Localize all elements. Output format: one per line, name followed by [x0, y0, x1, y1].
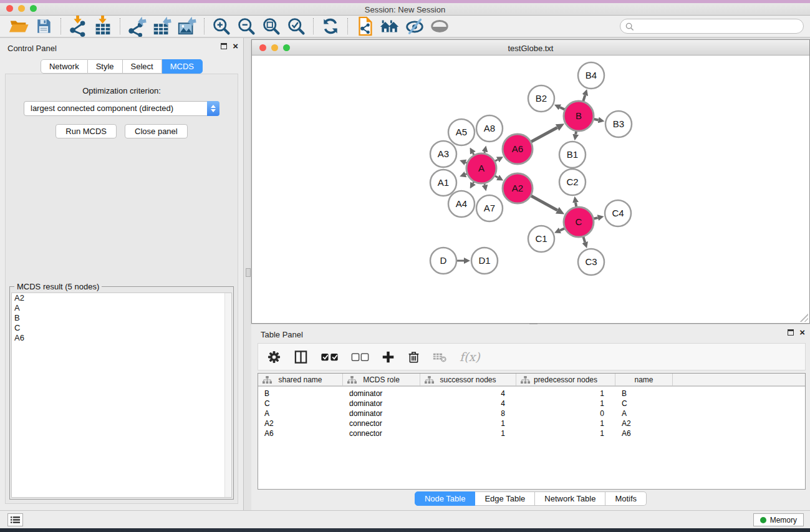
deselect-all-button[interactable] [351, 352, 369, 362]
vertical-splitter-handle[interactable] [246, 268, 251, 277]
search-input[interactable] [620, 19, 804, 34]
home-button[interactable] [377, 16, 402, 36]
zoom-in-button[interactable] [209, 16, 234, 36]
zoom-out-button[interactable] [234, 16, 259, 36]
fx-icon: f(x) [460, 350, 480, 364]
tab-edge-table[interactable]: Edge Table [475, 491, 535, 506]
table-options-button[interactable] [267, 350, 281, 364]
table-cell: A2 [615, 418, 673, 428]
export-table-button[interactable] [150, 16, 175, 36]
show-graphics-details-button[interactable] [427, 16, 452, 36]
column-header-successor-nodes[interactable]: successor nodes [420, 374, 516, 385]
float-panel-icon[interactable] [788, 329, 794, 336]
node-label-A7: A7 [484, 203, 495, 213]
tab-select[interactable]: Select [123, 59, 162, 74]
node-label-A4: A4 [456, 198, 467, 209]
mcds-result-item[interactable]: C [12, 323, 231, 333]
column-header-MCDS-role[interactable]: MCDS role [343, 374, 420, 385]
node-label-A: A [478, 163, 485, 173]
result-scrollbar[interactable] [224, 293, 231, 497]
zoom-fit-icon [261, 16, 282, 37]
mcds-result-group: MCDS result (5 nodes) A2ABCA6 [9, 286, 234, 500]
select-all-button[interactable] [321, 352, 339, 362]
node-label-B2: B2 [536, 93, 547, 104]
table-row[interactable]: Cdominator41C [258, 399, 805, 409]
node-table-header: shared name MCDS role successor nodes [258, 374, 805, 387]
node-label-D: D [440, 255, 447, 266]
import-network-button[interactable] [65, 16, 90, 36]
tab-network-table[interactable]: Network Table [535, 491, 605, 506]
open-session-file-button[interactable] [352, 16, 377, 36]
app-titlebar: Session: New Session [0, 0, 810, 16]
table-cell: connector [343, 428, 420, 438]
toolbar-separator [60, 18, 61, 34]
app-title: Session: New Session [0, 5, 810, 14]
export-network-button[interactable] [125, 16, 150, 36]
tab-network[interactable]: Network [41, 59, 88, 74]
import-table-button[interactable] [90, 16, 115, 36]
run-mcds-button[interactable]: Run MCDS [55, 124, 117, 138]
network-window-titlebar[interactable]: testGlobe.txt [252, 40, 809, 56]
table-cell: C [258, 399, 343, 409]
float-panel-icon[interactable] [221, 43, 227, 49]
node-label-A2: A2 [512, 183, 523, 193]
edge-C-C3[interactable] [583, 236, 585, 243]
table-cell: A6 [258, 428, 343, 438]
plus-icon [382, 351, 395, 364]
network-graph: AA1A2A3A4A5A6A7A8BB1B2B3B4CC1C2C3C4DD1 [252, 56, 809, 323]
delete-column-button[interactable] [407, 351, 420, 364]
tab-motifs[interactable]: Motifs [605, 491, 647, 506]
tab-node-table[interactable]: Node Table [415, 491, 476, 506]
table-row[interactable]: A6connector11A6 [258, 428, 805, 438]
desktop: Session: New Session [0, 0, 810, 532]
table-row[interactable]: A2connector11A2 [258, 418, 805, 428]
node-label-A6: A6 [512, 143, 523, 154]
table-cell: B [258, 389, 343, 399]
hierarchy-icon [347, 376, 357, 384]
export-image-button[interactable] [175, 16, 200, 36]
dropdown-stepper-icon [207, 101, 219, 116]
mcds-result-item[interactable]: B [12, 313, 231, 323]
refresh-button[interactable] [318, 16, 343, 36]
mcds-result-item[interactable]: A2 [12, 293, 231, 303]
zoom-fit-button[interactable] [259, 16, 284, 36]
node-label-A1: A1 [438, 177, 449, 188]
table-row[interactable]: Bdominator41B [258, 389, 805, 399]
close-panel-icon[interactable]: × [233, 43, 238, 49]
column-header-shared-name[interactable]: shared name [258, 374, 343, 385]
table-row[interactable]: Adominator80A [258, 409, 805, 418]
function-builder-button[interactable]: f(x) [460, 350, 480, 364]
add-column-button[interactable] [382, 351, 395, 364]
edge-A2-C[interactable] [531, 196, 557, 211]
network-window-title: testGlobe.txt [252, 44, 809, 53]
zoom-selected-button[interactable] [284, 16, 309, 36]
hierarchy-icon [425, 376, 434, 384]
table-cell: A [258, 409, 343, 418]
close-panel-icon[interactable]: × [799, 329, 805, 336]
table-cell: A [615, 409, 673, 418]
memory-button[interactable]: Memory [753, 513, 804, 526]
edge-A6-B[interactable] [531, 128, 557, 142]
open-session-button[interactable] [6, 16, 31, 36]
column-header-name[interactable]: name [615, 374, 673, 385]
table-cell: A6 [615, 428, 673, 438]
delete-table-button[interactable] [433, 351, 447, 363]
task-history-button[interactable] [7, 513, 23, 526]
mcds-result-item[interactable]: A [12, 303, 231, 313]
tab-style[interactable]: Style [88, 59, 123, 74]
show-columns-button[interactable] [294, 350, 308, 364]
gear-icon [267, 350, 281, 364]
table-cell: dominator [343, 399, 420, 409]
open-folder-icon [8, 16, 29, 37]
mcds-result-item[interactable]: A6 [12, 333, 231, 343]
save-session-button[interactable] [31, 16, 56, 36]
column-header-predecessor-nodes[interactable]: predecessor nodes [516, 374, 615, 385]
network-canvas[interactable]: AA1A2A3A4A5A6A7A8BB1B2B3B4CC1C2C3C4DD1 [252, 56, 809, 323]
table-cell: 1 [516, 428, 615, 438]
tab-mcds[interactable]: MCDS [162, 59, 203, 74]
hide-graphics-details-button[interactable] [402, 16, 427, 36]
criterion-dropdown[interactable]: largest connected component (directed) [24, 101, 219, 116]
application-window: Session: New Session [0, 0, 810, 528]
edge-B-B4[interactable] [583, 95, 585, 102]
close-panel-button[interactable]: Close panel [125, 124, 188, 138]
